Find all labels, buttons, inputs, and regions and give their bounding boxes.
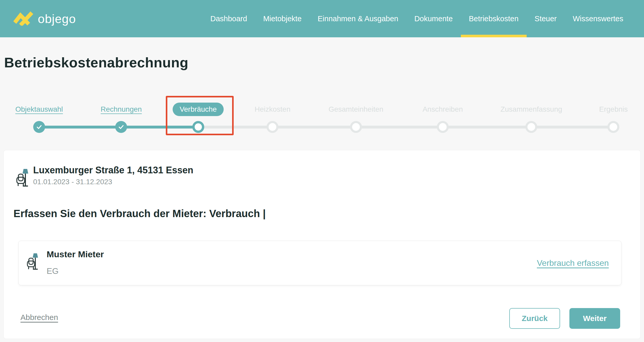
tenant-card: Muster Mieter EG Verbrauch erfassen	[18, 241, 621, 285]
armchair-lamp-icon	[26, 252, 40, 274]
step-label-objektauswahl[interactable]: Objektauswahl	[15, 105, 63, 113]
nav-item-dokumente[interactable]: Dokumente	[406, 0, 461, 37]
next-button[interactable]: Weiter	[569, 308, 620, 329]
billing-period: 01.01.2023 - 31.12.2023	[33, 178, 112, 186]
brand-name: objego	[38, 12, 76, 26]
step-anschreiben: Anschreiben	[423, 101, 463, 133]
section-heading: Erfassen Sie den Verbrauch der Mieter: V…	[13, 208, 266, 219]
step-rechnungen: Rechnungen	[101, 101, 142, 133]
record-consumption-link[interactable]: Verbrauch erfassen	[537, 258, 609, 268]
step-label-zusammenfassung: Zusammenfassung	[500, 105, 562, 113]
step-label-verbraeuche[interactable]: Verbräuche	[173, 103, 224, 116]
step-heizkosten: Heizkosten	[255, 101, 291, 133]
nav-item-dashboard[interactable]: Dashboard	[202, 0, 255, 37]
top-navigation-bar: objego Dashboard Mietobjekte Einnahmen &…	[0, 0, 644, 37]
step-circle-upcoming	[525, 121, 537, 133]
nav-item-betriebskosten[interactable]: Betriebskosten	[461, 0, 527, 37]
check-icon	[118, 124, 125, 130]
page: objego Dashboard Mietobjekte Einnahmen &…	[0, 0, 644, 342]
wizard-stepper: Objektauswahl Rechnungen Verbräuche Heiz…	[0, 93, 644, 142]
objego-logo-icon	[13, 11, 33, 27]
step-circle-upcoming	[607, 121, 619, 133]
page-title: Betriebskostenabrechnung	[4, 54, 188, 70]
step-circle-current	[192, 121, 204, 133]
content-panel: Luxemburger Straße 1, 45131 Essen 01.01.…	[3, 150, 641, 339]
step-gesamteinheiten: Gesamteinheiten	[328, 101, 383, 133]
step-circle-upcoming	[437, 121, 449, 133]
step-label-heizkosten: Heizkosten	[255, 105, 291, 113]
nav-item-wissenswertes[interactable]: Wissenswertes	[565, 0, 631, 37]
check-icon	[36, 124, 42, 130]
step-circle-upcoming	[267, 121, 278, 133]
step-label-rechnungen[interactable]: Rechnungen	[101, 105, 142, 113]
property-address: Luxemburger Straße 1, 45131 Essen	[33, 165, 193, 176]
step-label-gesamteinheiten: Gesamteinheiten	[328, 105, 383, 113]
step-objektauswahl: Objektauswahl	[15, 101, 63, 133]
armchair-lamp-icon	[16, 167, 30, 191]
tenant-name: Muster Mieter	[47, 249, 104, 259]
step-circle-upcoming	[350, 121, 362, 133]
step-circle-completed	[33, 121, 45, 133]
main-nav: Dashboard Mietobjekte Einnahmen & Ausgab…	[202, 0, 631, 37]
nav-item-einnahmen-ausgaben[interactable]: Einnahmen & Ausgaben	[310, 0, 406, 37]
nav-item-steuer[interactable]: Steuer	[527, 0, 565, 37]
objego-logo[interactable]: objego	[13, 0, 76, 37]
step-ergebnis: Ergebnis	[599, 101, 628, 133]
nav-item-mietobjekte[interactable]: Mietobjekte	[255, 0, 310, 37]
step-circle-completed	[115, 121, 127, 133]
back-button[interactable]: Zurück	[509, 308, 560, 329]
tenant-unit: EG	[47, 266, 59, 276]
cancel-link[interactable]: Abbrechen	[20, 313, 58, 322]
step-label-anschreiben: Anschreiben	[423, 105, 463, 113]
step-verbraeuche-current: Verbräuche	[173, 101, 224, 133]
step-label-ergebnis: Ergebnis	[599, 105, 628, 113]
step-zusammenfassung: Zusammenfassung	[500, 101, 562, 133]
